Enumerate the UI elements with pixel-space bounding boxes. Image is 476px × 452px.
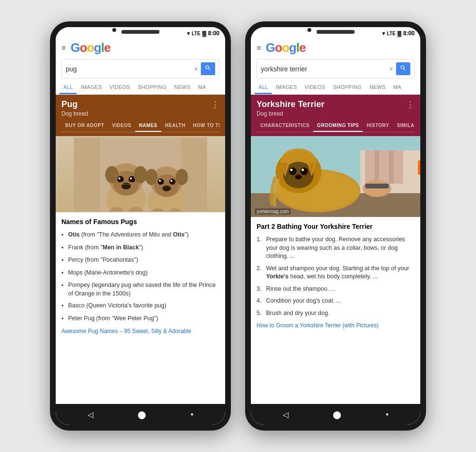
step-text-2: Wet and shampoo your dog. Starting at th… bbox=[266, 265, 415, 281]
logo-g2: g bbox=[94, 40, 101, 55]
tab-more-2[interactable]: MA bbox=[389, 81, 405, 94]
nav-bar-1: ◁ ⬤ ▪ bbox=[56, 404, 225, 425]
kp-tab-grooming[interactable]: GROOMING TIPS bbox=[313, 120, 363, 132]
orange-strip bbox=[418, 160, 420, 175]
step-text-5: Brush and dry your dog. bbox=[266, 309, 329, 318]
svg-point-12 bbox=[134, 166, 147, 183]
svg-rect-32 bbox=[375, 150, 379, 184]
pug-link[interactable]: Awesome Pug Names – 95 Sweet, Silly & Ad… bbox=[61, 327, 219, 335]
phone-1-screen: ▾ LTE ▓ 8:00 ≡ Google × bbox=[56, 27, 225, 425]
item-text-4: Mops (Marie-Antoinette's dog) bbox=[68, 269, 148, 277]
kp-tab-buy[interactable]: BUY OR ADOPT bbox=[61, 120, 108, 132]
tab-news-2[interactable]: NEWS bbox=[366, 81, 389, 94]
svg-rect-35 bbox=[394, 150, 403, 184]
battery-icon: ▓ bbox=[202, 30, 206, 36]
svg-point-47 bbox=[295, 175, 302, 179]
kp-subtitle-yorkshire: Dog breed bbox=[257, 110, 324, 117]
kp-tab-health[interactable]: HEALTH bbox=[161, 120, 189, 132]
search-tabs-1: ALL IMAGES VIDEOS SHOPPING NEWS MA bbox=[56, 81, 225, 95]
search-button-1[interactable] bbox=[201, 62, 215, 75]
yorkshire-steps: 1. Prepare to bathe your dog. Remove any… bbox=[257, 236, 415, 317]
logo-o2: o bbox=[87, 40, 94, 55]
yorkie-svg bbox=[251, 136, 420, 217]
num-2: 2. bbox=[257, 265, 266, 281]
search-button-2[interactable] bbox=[396, 62, 410, 75]
knowledge-panel-pug: Pug Dog breed ⋮ BUY OR ADOPT VIDEOS NAME… bbox=[56, 95, 225, 136]
recent-button-2[interactable]: ▪ bbox=[386, 410, 389, 419]
list-item-percy: • Percy (from "Pocahontas") bbox=[61, 256, 219, 265]
step-5: 5. Brush and dry your dog. bbox=[257, 309, 415, 318]
wifi-icon-2: ▾ bbox=[382, 30, 385, 37]
step-text-3: Rinse out the shampoo. ... bbox=[266, 285, 336, 294]
kp-menu-yorkshire[interactable]: ⋮ bbox=[406, 99, 415, 110]
hamburger-menu-2[interactable]: ≡ bbox=[257, 44, 261, 52]
back-button-1[interactable]: ◁ bbox=[88, 410, 93, 419]
logo-o1: o bbox=[80, 40, 87, 55]
svg-point-11 bbox=[105, 166, 119, 183]
item-text-5: Pompey (legendary pug who saved the life… bbox=[68, 281, 219, 298]
back-button-2[interactable]: ◁ bbox=[283, 410, 288, 419]
kp-tab-similar[interactable]: SIMILAR BRE bbox=[393, 120, 415, 132]
yorkshire-text-content: Part 2 Bathing Your Yorkshire Terrier 1.… bbox=[251, 217, 420, 334]
search-icon-2 bbox=[400, 65, 407, 71]
tab-all-2[interactable]: ALL bbox=[255, 81, 272, 94]
battery-icon-2: ▓ bbox=[397, 30, 401, 36]
clear-button-2[interactable]: × bbox=[389, 65, 393, 73]
tab-news-1[interactable]: NEWS bbox=[170, 81, 194, 94]
google-header-2: ≡ Google bbox=[251, 38, 420, 57]
yorkie-image: yorkiemag.com bbox=[251, 136, 420, 217]
tab-more-1[interactable]: MA bbox=[194, 81, 210, 94]
yorkshire-link[interactable]: How to Groom a Yorkshire Terrier (with P… bbox=[257, 321, 415, 330]
tab-videos-2[interactable]: VIDEOS bbox=[301, 81, 329, 94]
logo-g: G bbox=[70, 40, 79, 55]
tab-all-1[interactable]: ALL bbox=[60, 81, 77, 94]
tab-images-2[interactable]: IMAGES bbox=[272, 81, 301, 94]
list-item-basco: • Basco (Queen Victoria's favorite pug) bbox=[61, 302, 219, 311]
logo-g2-2: g bbox=[289, 40, 296, 55]
kp-subtitle-pug: Dog breed bbox=[61, 110, 88, 117]
tab-shopping-2[interactable]: SHOPPING bbox=[329, 81, 365, 94]
step-3: 3. Rinse out the shampoo. ... bbox=[257, 285, 415, 294]
google-header-1: ≡ Google bbox=[56, 38, 225, 57]
kp-tab-train[interactable]: HOW TO TRAIN bbox=[189, 120, 219, 132]
home-button-1[interactable]: ⬤ bbox=[138, 410, 146, 419]
kp-menu-pug[interactable]: ⋮ bbox=[211, 99, 219, 110]
kp-tab-characteristics[interactable]: CHARACTERISTICS bbox=[257, 120, 313, 132]
list-item-mops: • Mops (Marie-Antoinette's dog) bbox=[61, 269, 219, 278]
google-logo-1: Google bbox=[70, 40, 110, 55]
item-text-3: Percy (from "Pocahontas") bbox=[68, 256, 138, 265]
recent-button-1[interactable]: ▪ bbox=[191, 410, 194, 419]
home-button-2[interactable]: ⬤ bbox=[333, 410, 341, 419]
status-bar-1: ▾ LTE ▓ 8:00 bbox=[56, 27, 225, 38]
item-text-7: Peter Pug (from "Wee Peter Pug") bbox=[68, 314, 158, 323]
hamburger-menu-1[interactable]: ≡ bbox=[61, 44, 66, 52]
bullet-7: • bbox=[61, 315, 64, 324]
step-4: 4. Condition your dog's coat. ... bbox=[257, 297, 415, 305]
kp-tab-history[interactable]: HISTORY bbox=[363, 120, 393, 132]
bullet-3: • bbox=[61, 256, 64, 265]
kp-tabs-yorkshire: CHARACTERISTICS GROOMING TIPS HISTORY SI… bbox=[257, 120, 415, 132]
search-input-1[interactable] bbox=[66, 65, 191, 73]
yorkshire-image-container: yorkiemag.com bbox=[251, 136, 420, 217]
item-text-1: Otis (from "The Adventures of Milo and O… bbox=[68, 231, 188, 239]
tab-shopping-1[interactable]: SHOPPING bbox=[134, 81, 170, 94]
pug-section-title: Names of Famous Pugs bbox=[61, 217, 219, 227]
svg-point-23 bbox=[145, 169, 158, 185]
content-area-yorkshire: yorkiemag.com Part 2 Bathing Your Yorksh… bbox=[251, 136, 420, 404]
kp-tab-videos-pug[interactable]: VIDEOS bbox=[108, 120, 135, 132]
pug-svg bbox=[74, 138, 207, 211]
content-area-pug: Names of Famous Pugs • Otis (from "The A… bbox=[56, 136, 225, 404]
step-2: 2. Wet and shampoo your dog. Starting at… bbox=[257, 265, 415, 281]
clear-button-1[interactable]: × bbox=[194, 65, 198, 73]
num-3: 3. bbox=[257, 285, 266, 294]
list-item-frank: • Frank (from "Men in Black") bbox=[61, 244, 219, 253]
tab-videos-1[interactable]: VIDEOS bbox=[106, 81, 134, 94]
yorkshire-section-title: Part 2 Bathing Your Yorkshire Terrier bbox=[257, 222, 415, 232]
kp-tab-names[interactable]: NAMES bbox=[135, 120, 161, 132]
lte-label: LTE bbox=[192, 31, 200, 36]
pug-text-content: Names of Famous Pugs • Otis (from "The A… bbox=[56, 212, 225, 340]
wifi-icon: ▾ bbox=[187, 30, 190, 37]
search-input-2[interactable] bbox=[261, 65, 387, 73]
svg-point-9 bbox=[130, 177, 132, 179]
tab-images-1[interactable]: IMAGES bbox=[77, 81, 106, 94]
